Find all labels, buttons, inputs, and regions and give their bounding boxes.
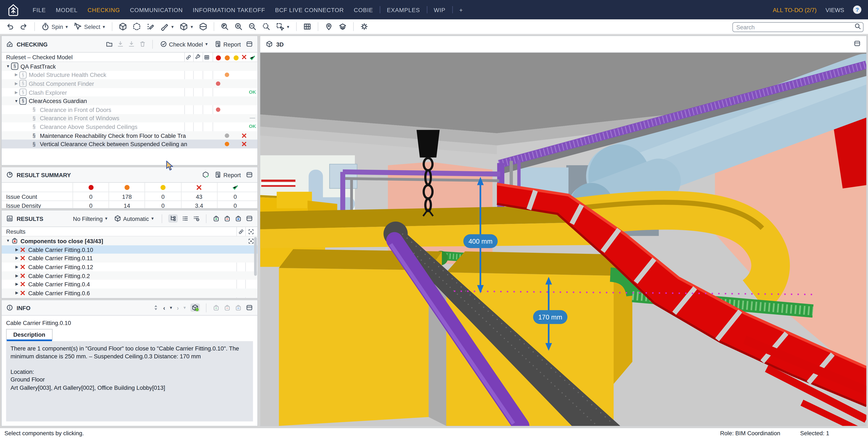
rule-row[interactable]: § Clearance Above Suspended CeilingsOK (2, 122, 257, 131)
zoom-in-button[interactable] (233, 22, 244, 32)
floor-plan-button[interactable] (302, 22, 313, 32)
rule-row[interactable]: ▶§ Clash ExplorerOK (2, 88, 257, 97)
menu-examples[interactable]: EXAMPLES (382, 6, 425, 13)
expander-icon[interactable]: ▶ (14, 291, 20, 295)
accept-issue-button[interactable] (213, 304, 220, 311)
undo-button[interactable] (4, 22, 16, 32)
views-menu[interactable]: VIEWS (826, 6, 844, 13)
result-row[interactable]: ▶ Cable Carrier Fitting.0.6 (2, 289, 257, 297)
pick-walkthrough-button[interactable]: ▼ (275, 22, 291, 32)
summary-report-button[interactable]: Report (213, 171, 242, 179)
rule-row-selected[interactable]: § Vertical Clearance Check between Suspe… (2, 140, 257, 148)
expander-icon[interactable]: ▼ (13, 99, 20, 103)
previous-issue-button[interactable]: ‹ (163, 304, 165, 311)
role-indicator[interactable]: Role: BIM Coordination (720, 430, 780, 436)
tree-view-button[interactable] (168, 214, 178, 223)
reject-issue-button[interactable] (224, 215, 231, 222)
help-button[interactable]: ? (853, 5, 861, 14)
menu-checking[interactable]: CHECKING (83, 6, 125, 13)
accept-issue-button[interactable] (213, 215, 220, 222)
measurement-badge-400[interactable]: 400 mm (463, 234, 498, 248)
window-layout-icon[interactable] (246, 304, 253, 311)
rule-row[interactable]: ▼§ ClearAccess Guardian (2, 97, 257, 105)
select-tool-button[interactable]: Select▼ (72, 22, 107, 32)
menu-communication[interactable]: COMMUNICATION (125, 6, 188, 13)
window-layout-icon[interactable] (854, 40, 861, 47)
expander-icon[interactable]: ▼ (5, 64, 11, 68)
zoom-out-button[interactable] (247, 22, 258, 32)
measurement-badge-170[interactable]: 170 mm (533, 310, 567, 324)
menu-add-tab[interactable]: + (454, 6, 468, 13)
result-row[interactable]: ▶ Cable Carrier Fitting.0.4 (2, 280, 257, 289)
menu-cobie[interactable]: COBIE (349, 6, 378, 13)
expander-icon[interactable]: ▶ (14, 256, 20, 260)
checking-report-button[interactable]: Report (213, 40, 242, 48)
report-issue-button[interactable] (235, 304, 242, 311)
storeys-button[interactable] (337, 22, 348, 32)
window-layout-icon[interactable] (246, 171, 253, 178)
expander-icon[interactable]: ▶ (13, 73, 20, 77)
check-model-button[interactable]: Check Model▼ (159, 40, 210, 48)
import-icon[interactable] (117, 40, 124, 48)
expander-icon[interactable]: ▶ (14, 247, 20, 252)
next-issue-button[interactable]: › (177, 304, 179, 311)
section-plane-button[interactable] (198, 22, 209, 32)
cube-check-icon[interactable] (203, 171, 210, 178)
expander-icon[interactable]: ▶ (13, 81, 20, 86)
visualization-dropdown[interactable]: Automatic▼ (113, 214, 156, 223)
zoom-extents-button[interactable] (219, 22, 230, 32)
rule-row[interactable]: ▼§ QA FastTrack (2, 62, 257, 71)
export-icon[interactable] (128, 40, 135, 48)
chevron-down-icon[interactable]: ▼ (169, 306, 173, 310)
locate-button[interactable] (323, 22, 334, 32)
sort-icon[interactable] (152, 304, 159, 311)
redo-button[interactable] (18, 22, 29, 32)
rule-row[interactable]: § Maintenance Reachability Check from Fl… (2, 131, 257, 140)
menu-file[interactable]: FILE (28, 6, 51, 13)
all-todo-counter[interactable]: ALL TO-DO (2/7) (773, 6, 817, 13)
report-issue-button[interactable] (235, 215, 242, 222)
spin-tool-button[interactable]: Spin▼ (40, 22, 70, 32)
rule-row[interactable]: § Clearance in Front of Windows— (2, 114, 257, 122)
results-column-header[interactable]: Results (2, 227, 257, 236)
list-view-button[interactable] (182, 215, 189, 222)
sectioning-box-button[interactable]: ▼ (178, 22, 195, 32)
result-row[interactable]: ▶ Cable Carrier Fitting.0.12 (2, 263, 257, 271)
rule-row[interactable]: ▶§ Ghost Component Finder (2, 79, 257, 88)
result-row-selected[interactable]: ▶ Cable Carrier Fitting.0.10 (2, 245, 257, 254)
menu-wip[interactable]: WIP (429, 6, 451, 13)
result-row[interactable]: ▶ Cable Carrier Fitting.0.2 (2, 271, 257, 280)
3d-settings-button[interactable] (359, 22, 370, 32)
3d-viewport[interactable]: 400 mm 170 mm (260, 53, 866, 426)
expander-icon[interactable]: ▶ (14, 282, 20, 287)
expander-icon[interactable]: ▼ (5, 239, 11, 243)
show-all-button[interactable] (117, 22, 128, 32)
results-scrollbar[interactable] (254, 237, 257, 276)
window-layout-icon[interactable] (246, 215, 253, 222)
focus-icon[interactable] (248, 238, 254, 244)
menu-bcf-live-connector[interactable]: BCF LIVE CONNECTOR (270, 6, 349, 13)
result-group-row[interactable]: ▼ Components too close [43/43] (2, 236, 257, 245)
new-ruleset-icon[interactable] (106, 40, 113, 48)
description-tab[interactable]: Description (6, 329, 53, 340)
delete-icon[interactable] (139, 40, 146, 48)
expander-icon[interactable]: ▶ (14, 265, 20, 269)
rule-row[interactable]: § Clearance in Front of Doors (2, 105, 257, 114)
transparency-button[interactable] (145, 22, 156, 32)
hide-component-button[interactable] (131, 22, 142, 32)
filtering-dropdown[interactable]: No Filtering▼ (72, 214, 109, 222)
color-components-button[interactable]: ▼ (159, 22, 175, 32)
search-input[interactable] (732, 22, 864, 32)
expander-icon[interactable]: ▶ (13, 90, 20, 94)
window-layout-icon[interactable] (246, 40, 253, 48)
menu-information-takeoff[interactable]: INFORMATION TAKEOFF (188, 6, 270, 13)
show-in-3d-button[interactable] (190, 303, 200, 312)
list-settings-button[interactable] (193, 215, 200, 222)
menu-model[interactable]: MODEL (51, 6, 83, 13)
app-logo-icon[interactable] (7, 3, 20, 17)
result-row[interactable]: ▶ Cable Carrier Fitting.0.11 (2, 254, 257, 263)
ruleset-column-header[interactable]: Ruleset – Checked Model (2, 53, 257, 62)
chevron-down-icon[interactable]: ▼ (183, 306, 187, 310)
reject-issue-button[interactable] (224, 304, 231, 311)
expander-icon[interactable]: ▶ (14, 273, 20, 278)
